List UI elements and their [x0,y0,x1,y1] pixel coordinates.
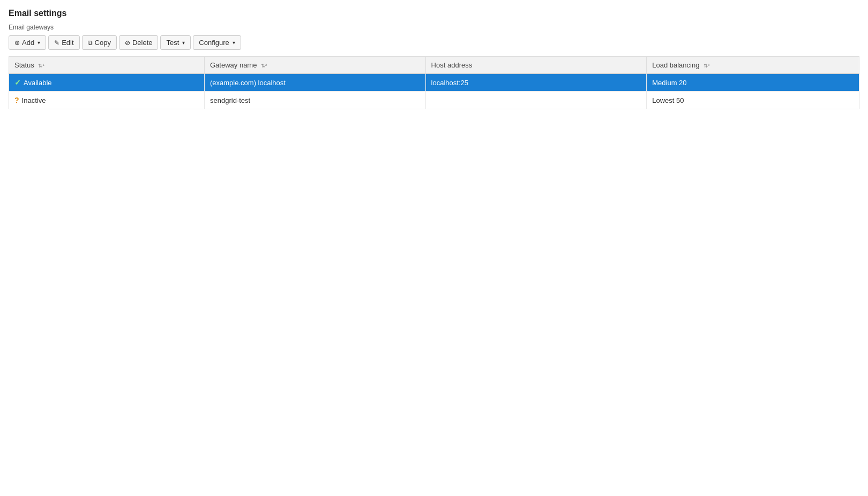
status-text: Inactive [22,96,46,104]
cell-status: ✓Available [9,74,205,92]
add-label: Add [22,39,34,47]
col-host-address[interactable]: Host address [425,57,647,74]
cell-host-address: localhost:25 [425,74,647,92]
table-row[interactable]: ?Inactivesendgrid-testLowest 50 [9,92,859,109]
col-status[interactable]: Status ⇅¹ [9,57,205,74]
col-status-label: Status [14,61,34,69]
col-gateway-sort-icon: ⇅² [261,63,267,69]
test-caret-icon: ▾ [182,40,185,46]
cell-load-balancing: Medium 20 [647,74,859,92]
page-title: Email settings [9,9,859,18]
copy-icon: ⧉ [88,39,93,47]
cell-load-balancing: Lowest 50 [647,92,859,109]
configure-caret-icon: ▾ [233,40,235,46]
col-load-sort-icon: ⇅³ [704,63,709,69]
copy-button[interactable]: ⧉ Copy [82,35,117,50]
available-icon: ✓ [14,78,21,87]
cell-gateway-name: (example.com) localhost [205,74,426,92]
delete-icon: ⊘ [125,39,130,47]
cell-gateway-name: sendgrid-test [205,92,426,109]
test-label: Test [166,39,179,47]
add-icon: ⊕ [14,39,20,47]
table-row[interactable]: ✓Available(example.com) localhostlocalho… [9,74,859,92]
delete-button[interactable]: ⊘ Delete [119,35,159,50]
cell-host-address [425,92,647,109]
test-button[interactable]: Test ▾ [160,35,191,50]
edit-icon: ✎ [54,39,59,47]
table-header-row: Status ⇅¹ Gateway name ⇅² Host address L… [9,57,859,74]
copy-label: Copy [95,39,111,47]
col-load-balancing[interactable]: Load balancing ⇅³ [647,57,859,74]
delete-label: Delete [132,39,153,47]
cell-status: ?Inactive [9,92,205,109]
configure-label: Configure [199,39,229,47]
toolbar: ⊕ Add ▾ ✎ Edit ⧉ Copy ⊘ Delete Test ▾ Co… [9,35,859,50]
add-button[interactable]: ⊕ Add ▾ [9,35,46,50]
col-status-sort-icon: ⇅¹ [38,63,44,69]
status-text: Available [24,79,52,87]
col-gateway-label: Gateway name [210,61,257,69]
edit-label: Edit [62,39,73,47]
col-gateway-name[interactable]: Gateway name ⇅² [205,57,426,74]
col-host-label: Host address [431,61,473,69]
add-caret-icon: ▾ [38,40,40,46]
col-load-label: Load balancing [652,61,699,69]
inactive-icon: ? [14,96,19,104]
edit-button[interactable]: ✎ Edit [48,35,79,50]
section-label: Email gateways [9,24,859,31]
configure-button[interactable]: Configure ▾ [193,35,241,50]
gateways-table: Status ⇅¹ Gateway name ⇅² Host address L… [9,56,859,109]
